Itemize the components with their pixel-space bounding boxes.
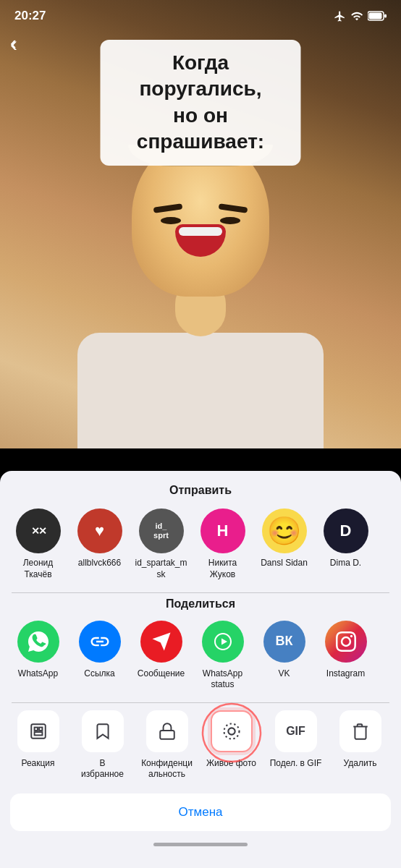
cancel-button[interactable]: Отмена xyxy=(10,793,391,831)
svg-rect-3 xyxy=(31,724,46,739)
svg-rect-2 xyxy=(384,14,387,18)
airplane-icon xyxy=(334,10,346,22)
app-whatsapp-status[interactable]: WhatsAppstatus xyxy=(192,621,253,691)
back-chevron[interactable]: ‹ xyxy=(10,32,17,56)
contact-item[interactable]: ♥ allblvck666 xyxy=(69,509,130,580)
apps-row[interactable]: WhatsApp Ссылка Сообщение WhatsAppstatus xyxy=(0,621,401,702)
status-bar: 20:27 xyxy=(0,0,401,32)
battery-icon xyxy=(368,11,387,21)
action-label: Реакция xyxy=(21,758,54,770)
contact-name: allblvck666 xyxy=(78,558,121,569)
svg-rect-4 xyxy=(34,727,37,730)
action-privacy[interactable]: Конфиденциальность xyxy=(136,710,198,780)
contact-item[interactable]: id_sprt id_spartak_msk xyxy=(130,509,192,580)
svg-rect-5 xyxy=(39,727,42,730)
app-instagram[interactable]: Instagram xyxy=(315,621,376,691)
instagram-icon xyxy=(325,621,367,663)
share-sheet: Отправить ✕✕ ЛеонидТкачёв ♥ allblvck666 … xyxy=(0,471,401,868)
video-area: Когда поругались,но он спрашивает: xyxy=(0,0,401,448)
message-icon xyxy=(140,621,182,663)
action-gif[interactable]: GIF Подел. в GIF xyxy=(265,710,326,780)
wifi-icon xyxy=(350,10,363,22)
actions-row[interactable]: Реакция Визбранное Конфиденциальность xyxy=(0,710,401,791)
svg-point-8 xyxy=(228,728,235,734)
action-live-photo[interactable]: Живое фото xyxy=(200,710,262,780)
privacy-icon xyxy=(146,710,188,752)
contact-name: ЛеонидТкачёв xyxy=(23,558,54,580)
app-whatsapp[interactable]: WhatsApp xyxy=(7,621,69,691)
app-vk[interactable]: ВК VK xyxy=(253,621,315,691)
contact-avatar: id_sprt xyxy=(139,509,184,553)
contact-item[interactable]: 😊 Dansl Sidan xyxy=(253,509,315,580)
send-title: Отправить xyxy=(0,471,401,506)
app-link[interactable]: Ссылка xyxy=(69,621,130,691)
svg-rect-6 xyxy=(34,732,42,735)
app-label: VK xyxy=(278,668,290,680)
app-label: Instagram xyxy=(326,668,365,680)
delete-icon xyxy=(339,710,381,752)
contact-item[interactable]: ✕✕ ЛеонидТкачёв xyxy=(7,509,69,580)
action-favorite[interactable]: Визбранное xyxy=(72,710,133,780)
contact-name: НикитаЖуков xyxy=(208,558,237,580)
contact-name: Dansl Sidan xyxy=(261,558,308,569)
app-label: WhatsApp xyxy=(18,668,58,680)
action-reaction[interactable]: Реакция xyxy=(7,710,69,780)
action-label: Удалить xyxy=(344,758,377,770)
status-time: 20:27 xyxy=(14,9,46,23)
video-text-overlay: Когда поругались,но он спрашивает: xyxy=(101,40,301,166)
contact-item[interactable]: D Dima D. xyxy=(315,509,376,580)
reaction-icon xyxy=(17,710,59,752)
contacts-row[interactable]: ✕✕ ЛеонидТкачёв ♥ allblvck666 id_sprt id… xyxy=(0,506,401,592)
action-label: Подел. в GIF xyxy=(270,758,322,770)
video-overlay-text: Когда поругались,но он спрашивает: xyxy=(137,51,264,153)
divider-2 xyxy=(12,702,389,703)
link-icon xyxy=(79,621,121,663)
gif-icon: GIF xyxy=(275,710,317,752)
contact-name: Dima D. xyxy=(330,558,361,569)
app-label: Ссылка xyxy=(84,668,114,680)
vk-icon: ВК xyxy=(263,621,305,663)
contact-name: id_spartak_msk xyxy=(135,558,187,580)
svg-point-9 xyxy=(224,723,239,739)
whatsapp-status-icon xyxy=(202,621,244,663)
app-label: Сообщение xyxy=(138,668,185,680)
action-delete[interactable]: Удалить xyxy=(329,710,391,780)
live-photo-icon xyxy=(211,710,253,752)
contact-avatar: D xyxy=(324,509,368,553)
contact-avatar: ✕✕ xyxy=(16,509,61,553)
contact-avatar: Н xyxy=(200,509,245,553)
action-label: Живое фото xyxy=(206,758,256,770)
whatsapp-icon xyxy=(17,621,59,663)
contact-item[interactable]: Н НикитаЖуков xyxy=(192,509,253,580)
contact-avatar: ♥ xyxy=(77,509,122,553)
app-message[interactable]: Сообщение xyxy=(130,621,192,691)
share-title: Поделиться xyxy=(0,593,401,621)
svg-rect-7 xyxy=(160,731,174,739)
app-label: WhatsAppstatus xyxy=(203,668,242,691)
favorite-icon xyxy=(82,710,124,752)
action-label: Визбранное xyxy=(81,758,124,780)
contact-avatar: 😊 xyxy=(262,509,307,553)
status-icons xyxy=(334,10,387,22)
home-indicator xyxy=(153,843,248,846)
svg-rect-1 xyxy=(369,13,382,20)
action-label: Конфиденциальность xyxy=(141,758,193,780)
